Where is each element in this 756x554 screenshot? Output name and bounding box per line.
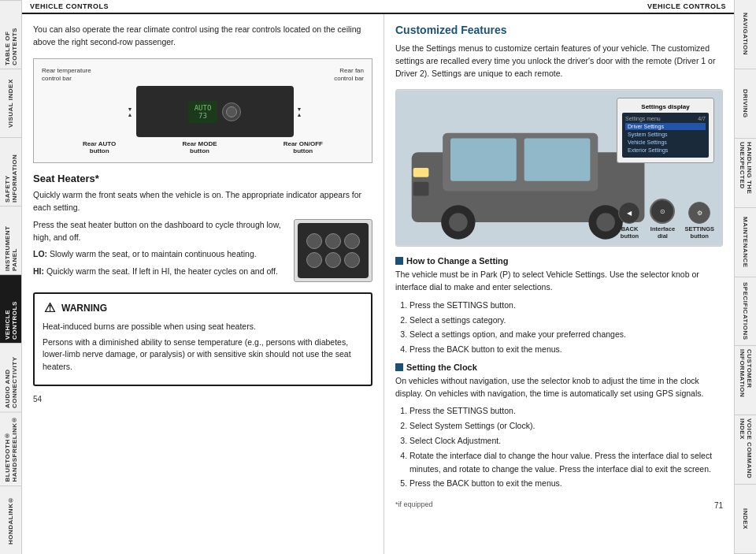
btn-5[interactable] <box>325 252 341 268</box>
settings-row-exterior: Exterior Settings <box>625 147 706 154</box>
btn-6[interactable] <box>344 252 360 268</box>
settings-row-driver: Driver Settings <box>625 123 706 130</box>
header-right-title: VEHICLE CONTROLS <box>647 2 726 10</box>
rear-temp-label: Rear temperaturecontrol bar <box>42 67 91 84</box>
clock-step-3: Select Clock Adjustment. <box>410 434 723 448</box>
seat-heater-image <box>294 219 372 282</box>
clock-step-5: Press the BACK button to exit the menus. <box>410 477 723 490</box>
header-bar: VEHICLE CONTROLS VEHICLE CONTROLS <box>22 0 734 14</box>
customized-features-desc: Use the Settings menus to customize cert… <box>395 43 723 80</box>
left-column: You can also operate the rear climate co… <box>22 14 384 554</box>
setting-clock-steps: Press the SETTINGS button. Select System… <box>395 404 723 490</box>
how-to-change-section: How to Change a Setting The vehicle must… <box>395 256 723 356</box>
sidebar-item-customer-information[interactable]: CUSTOMER INFORMATION <box>735 346 756 415</box>
step-2: Select a settings category. <box>410 314 723 327</box>
svg-rect-10 <box>413 182 429 196</box>
setting-clock-heading: Setting the Clock <box>395 363 723 372</box>
footnote: *if equipped <box>395 500 433 508</box>
clock-step-4: Rotate the interface dial to change the … <box>410 449 723 476</box>
back-button-item: ◀ BACKbutton <box>618 202 640 240</box>
rear-mode-label: Rear MODEbutton <box>182 140 217 154</box>
sidebar-item-safety-information[interactable]: SAFETY INFORMATION <box>0 137 21 206</box>
sidebar-item-navigation[interactable]: NAVIGATION <box>735 0 756 69</box>
warning-header: ⚠ WARNING <box>43 302 363 314</box>
btn-1[interactable] <box>306 233 322 249</box>
rear-auto-label: Rear AUTObutton <box>83 140 116 154</box>
rear-climate-diagram: Rear temperaturecontrol bar Rear fancont… <box>33 58 372 164</box>
sidebar-item-table-of-contents[interactable]: TABLE OF CONTENTS <box>0 0 21 69</box>
back-button-label: BACKbutton <box>621 225 639 240</box>
right-footer: *if equipped 71 <box>395 495 723 510</box>
rear-onoff-label: Rear ON/OFFbutton <box>284 140 323 154</box>
sidebar-item-voice-command-index[interactable]: VOICE COMMAND INDEX <box>735 415 756 485</box>
settings-button[interactable]: ⚙ <box>688 202 710 224</box>
sidebar-item-hondalink[interactable]: HONDALINK® <box>0 485 21 554</box>
settings-button-label: SETTINGSbutton <box>684 225 714 240</box>
button-grid <box>302 229 365 273</box>
settings-screen: Settings menu 4/7 Driver Settings System… <box>622 113 709 158</box>
sidebar-item-index[interactable]: INDEX <box>735 485 756 554</box>
sidebar-item-maintenance[interactable]: MAINTENANCE <box>735 208 756 277</box>
svg-point-8 <box>596 213 615 232</box>
two-columns-layout: You can also operate the rear climate co… <box>22 14 734 554</box>
lo-description: Slowly warm the seat, or to maintain con… <box>50 249 257 258</box>
how-to-change-intro: The vehicle must be in Park (P) to selec… <box>395 269 723 294</box>
blue-square-icon <box>395 257 403 265</box>
blue-square-icon-2 <box>395 363 403 371</box>
warning-text-1: Heat-induced burns are possible when usi… <box>43 321 363 333</box>
svg-rect-4 <box>524 139 591 181</box>
setting-clock-intro: On vehicles without navigation, use the … <box>395 375 723 400</box>
interface-dial-label: Interfacedial <box>650 225 675 240</box>
bottom-controls: ◀ BACKbutton ⊙ Interfacedial ⚙ SETTINGSb… <box>618 199 714 240</box>
right-column: Customized Features Use the Settings men… <box>384 14 734 554</box>
how-to-change-steps: Press the SETTINGS button. Select a sett… <box>395 299 723 356</box>
step-3: Select a settings option, and make your … <box>410 328 723 341</box>
sidebar-item-bluetooth[interactable]: BLUETOOTH® HANDSFREELINK® <box>0 411 21 485</box>
page-54: 54 <box>33 395 42 403</box>
settings-menu-label: Settings menu <box>625 116 661 121</box>
sidebar-item-audio-connectivity[interactable]: AUDIO AND CONNECTIVITY <box>0 343 21 411</box>
settings-button-item: ⚙ SETTINGSbutton <box>684 202 714 240</box>
lo-label: LO: <box>33 249 47 258</box>
setting-clock-section: Setting the Clock On vehicles without na… <box>395 363 723 490</box>
seat-heaters-intro: Quickly warm the front seats when the ve… <box>33 189 372 214</box>
interface-dial[interactable]: ⊙ <box>650 199 675 224</box>
svg-rect-3 <box>450 139 517 181</box>
svg-rect-9 <box>413 168 429 177</box>
how-to-change-heading: How to Change a Setting <box>395 256 723 266</box>
settings-display-overlay: Settings display Settings menu 4/7 Drive… <box>617 98 714 163</box>
btn-2[interactable] <box>325 233 341 249</box>
seat-heater-control-unit <box>298 223 369 278</box>
main-content: VEHICLE CONTROLS VEHICLE CONTROLS You ca… <box>22 0 734 554</box>
warning-title: WARNING <box>61 303 107 314</box>
left-sidebar: TABLE OF CONTENTS VISUAL INDEX SAFETY IN… <box>0 0 22 554</box>
warning-triangle-icon: ⚠ <box>43 302 57 314</box>
sidebar-item-vehicle-controls[interactable]: VEHICLE CONTROLS <box>0 274 21 343</box>
btn-3[interactable] <box>344 233 360 249</box>
seat-heaters-heading: Seat Heaters* <box>33 173 372 184</box>
sidebar-item-driving[interactable]: DRIVING <box>735 69 756 139</box>
warning-box: ⚠ WARNING Heat-induced burns are possibl… <box>33 292 372 386</box>
settings-display-label: Settings display <box>622 103 709 110</box>
step-4: Press the BACK button to exit the menus. <box>410 343 723 356</box>
settings-row-vehicle: Vehicle Settings <box>625 139 706 146</box>
page-number-left: 54 <box>33 394 372 403</box>
clock-step-2: Select System Settings (or Clock). <box>410 419 723 433</box>
hi-label: HI: <box>33 266 44 276</box>
sidebar-item-visual-index[interactable]: VISUAL INDEX <box>0 69 21 137</box>
page-number-right: 71 <box>714 501 723 510</box>
step-1: Press the SETTINGS button. <box>410 299 723 312</box>
rear-fan-label: Rear fancontrol bar <box>334 67 364 84</box>
sidebar-item-handling-unexpected[interactable]: HANDLING THE UNEXPECTED <box>735 139 756 208</box>
sidebar-item-specifications[interactable]: SPECIFICATIONS <box>735 277 756 347</box>
sidebar-item-instrument-panel[interactable]: INSTRUMENT PANEL <box>0 206 21 274</box>
header-left-title: VEHICLE CONTROLS <box>30 2 109 10</box>
interface-dial-item: ⊙ Interfacedial <box>650 199 675 240</box>
customized-features-heading: Customized Features <box>395 24 723 36</box>
car-settings-image: Settings display Settings menu 4/7 Drive… <box>395 89 723 247</box>
hi-description: Quickly warm the seat. If left in HI, th… <box>46 266 278 276</box>
back-button[interactable]: ◀ <box>618 202 640 224</box>
intro-paragraph: You can also operate the rear climate co… <box>33 24 372 49</box>
btn-4[interactable] <box>306 252 322 268</box>
svg-point-6 <box>449 213 468 232</box>
